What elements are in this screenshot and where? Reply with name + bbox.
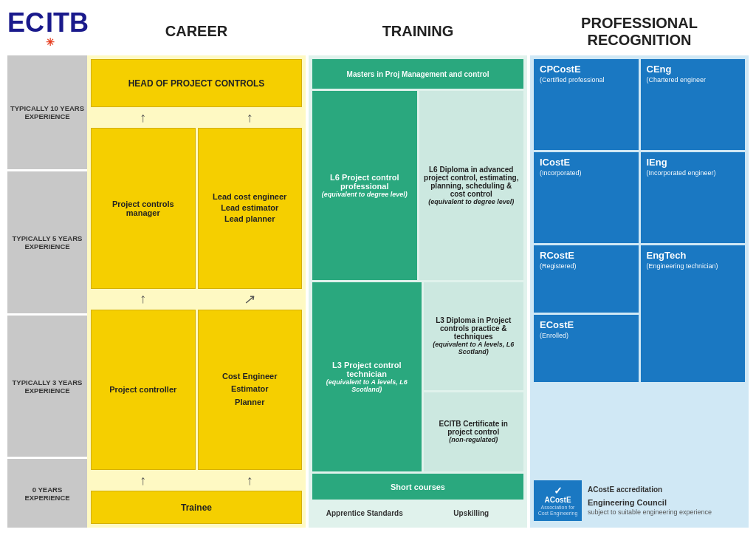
l3-title: L3 Project control technician <box>317 361 417 378</box>
exp-10yr: TYPICALLY 10 YEARS EXPERIENCE <box>7 55 87 169</box>
recog-spacer <box>534 384 745 475</box>
l3-diploma-equiv: (equivalent to A levels, L6 Scotland) <box>428 341 520 355</box>
l3-diploma: L3 Diploma in Project controls practice … <box>428 316 520 341</box>
career-column: CAREER HEAD OF PROJECT CONTROLS ↑ ↑ Proj… <box>87 7 306 528</box>
ecitb-cert-note: (non-regulated) <box>449 436 498 443</box>
cpcost-e-title: CPCostE <box>540 64 581 75</box>
acoste-accreditation: ACostE accreditation <box>588 485 712 494</box>
arrows-to-5yr: ↑ ↗ <box>91 291 302 307</box>
exp-5yr: TYPICALLY 5 YEARS EXPERIENCE <box>7 171 87 313</box>
cost-engineer-text: Cost Engineer <box>222 370 278 384</box>
icost-e-title: ICostE <box>540 157 570 168</box>
acoste-logo-box: ✓ ACostE Association for Cost Engineerin… <box>534 480 582 521</box>
eng-tech-title: EngTech <box>647 250 687 261</box>
arrow-manager-up: ↑ <box>91 110 196 126</box>
arrow-diag-up: ↗ <box>196 291 303 307</box>
l6-equiv: (equivalent to degree level) <box>322 191 408 198</box>
logo-itb: ITB <box>46 7 89 38</box>
career-3yr-row: Project controller Cost Engineer Estimat… <box>91 310 302 471</box>
experience-labels: TYPICALLY 10 YEARS EXPERIENCE TYPICALLY … <box>7 55 87 528</box>
career-head-box: HEAD OF PROJECT CONTROLS <box>91 59 302 107</box>
recog-ecost-e: ECostE (Enrolled) <box>534 315 639 382</box>
acoste-name: ACostE <box>544 496 571 505</box>
training-column: TRAINING Masters in Proj Management and … <box>309 7 527 528</box>
arrow-controller-up: ↑ <box>91 291 196 307</box>
columns-section: CAREER HEAD OF PROJECT CONTROLS ↑ ↑ Proj… <box>87 7 749 528</box>
left-section: EC ITB ✳ TYPICALLY 10 YEARS EXPERIENCE T… <box>7 7 87 528</box>
acoste-right-text: ACostE accreditation Engineering Council… <box>588 485 712 516</box>
ecost-e-title: ECostE <box>540 319 574 330</box>
logo-ec: EC <box>7 10 44 36</box>
recog-row-1: CPCostE (Certified professional CEng (Ch… <box>534 59 745 150</box>
planner-text: Planner <box>235 396 264 409</box>
training-l6-right: L6 Diploma in advanced project control, … <box>419 91 524 280</box>
recognition-body: CPCostE (Certified professional CEng (Ch… <box>530 55 749 528</box>
arrows-to-head: ↑ ↑ <box>91 109 302 126</box>
l6-diploma-equiv: (equivalent to degree level) <box>428 198 514 205</box>
ieng-title: IEng <box>647 157 667 168</box>
career-header: CAREER <box>87 7 306 55</box>
training-l6-section: L6 Project control professional (equival… <box>312 91 523 280</box>
cpcost-e-sub: (Certified professional <box>540 76 633 84</box>
exp-0yr: 0 YEARS EXPERIENCE <box>7 459 87 528</box>
arrow-trainee-left: ↑ <box>91 473 196 488</box>
training-short-courses: Short courses <box>312 474 523 500</box>
apprentice-label: Apprentice Standards <box>312 502 417 524</box>
career-lead-box: Lead cost engineer Lead estimator Lead p… <box>198 128 303 289</box>
recognition-header: PROFESSIONAL RECOGNITION <box>530 7 749 55</box>
recog-icost-e: ICostE (Incorporated) <box>534 152 639 243</box>
career-5yr-row: Project controls manager Lead cost engin… <box>91 128 302 289</box>
training-l3-left: L3 Project control technician (equivalen… <box>312 282 422 471</box>
recog-bottom: ✓ ACostE Association for Cost Engineerin… <box>534 477 745 524</box>
ieng-sub: (Incorporated engineer) <box>647 169 740 177</box>
logo-star: ✳ <box>46 36 55 48</box>
training-l6-left: L6 Project control professional (equival… <box>312 91 417 280</box>
lead-planner-text: Lead planner <box>224 214 275 225</box>
recog-right-col: EngTech (Engineering technician) <box>641 245 746 382</box>
career-cost-box: Cost Engineer Estimator Planner <box>198 310 303 471</box>
training-header: TRAINING <box>309 7 527 55</box>
training-l3-diploma: L3 Diploma in Project controls practice … <box>424 282 524 390</box>
recog-row-2: ICostE (Incorporated) IEng (Incorporated… <box>534 152 745 243</box>
career-trainee-box: Trainee <box>91 491 302 524</box>
l6-title: L6 Project control professional <box>317 173 413 191</box>
training-l3-section: L3 Project control technician (equivalen… <box>312 282 523 471</box>
ecitb-cert: ECITB Certificate in project control <box>428 420 520 436</box>
ecost-e-sub: (Enrolled) <box>540 332 633 339</box>
recog-ceng: CEng (Chartered engineer <box>641 59 746 150</box>
l6-diploma: L6 Diploma in advanced project control, … <box>424 166 520 198</box>
career-controller-box: Project controller <box>91 310 196 471</box>
eng-council-title: Engineering Council <box>588 498 712 507</box>
training-ecitb-cert: ECITB Certificate in project control (no… <box>424 392 524 471</box>
arrow-lead-up: ↑ <box>198 110 303 126</box>
training-masters-box: Masters in Proj Management and control <box>312 59 523 89</box>
recog-eng-tech: EngTech (Engineering technician) <box>641 245 746 382</box>
career-manager-box: Project controls manager <box>91 128 196 289</box>
rcost-e-title: RCostE <box>540 250 574 261</box>
ceng-title: CEng <box>647 64 672 75</box>
acoste-check: ✓ <box>554 485 563 496</box>
recog-ieng: IEng (Incorporated engineer) <box>641 152 746 243</box>
lead-engineer-text: Lead cost engineer <box>213 191 286 202</box>
recognition-column: PROFESSIONAL RECOGNITION CPCostE (Certif… <box>530 7 749 528</box>
recog-cpcost-e: CPCostE (Certified professional <box>534 59 639 150</box>
recog-rcost-e: RCostE (Registered) <box>534 245 639 313</box>
training-l3-right-col: L3 Diploma in Project controls practice … <box>424 282 524 471</box>
recog-row-3-4: RCostE (Registered) ECostE (Enrolled) En… <box>534 245 745 382</box>
rcost-e-sub: (Registered) <box>540 262 633 270</box>
training-bottom-labels: Apprentice Standards Upskilling <box>312 502 523 524</box>
arrow-trainee-right: ↑ <box>198 473 303 488</box>
logo-block: EC ITB ✳ <box>7 7 87 55</box>
upskilling-label: Upskilling <box>419 502 524 524</box>
ecitb-logo: EC ITB ✳ <box>7 10 89 53</box>
career-body: HEAD OF PROJECT CONTROLS ↑ ↑ Project con… <box>87 55 306 528</box>
ceng-sub: (Chartered engineer <box>647 76 740 84</box>
l3-equiv: (equivalent to A levels, L6 Scotland) <box>317 378 417 393</box>
eng-tech-sub: (Engineering technician) <box>647 262 740 270</box>
lead-estimator-text: Lead estimator <box>221 202 278 214</box>
acoste-tagline: Association for Cost Engineering <box>536 505 580 516</box>
training-body: Masters in Proj Management and control L… <box>309 55 527 528</box>
estimator-text: Estimator <box>231 383 269 396</box>
eng-council-sub: subject to suitable engineering experien… <box>588 508 712 516</box>
recog-left-col: RCostE (Registered) ECostE (Enrolled) <box>534 245 639 382</box>
